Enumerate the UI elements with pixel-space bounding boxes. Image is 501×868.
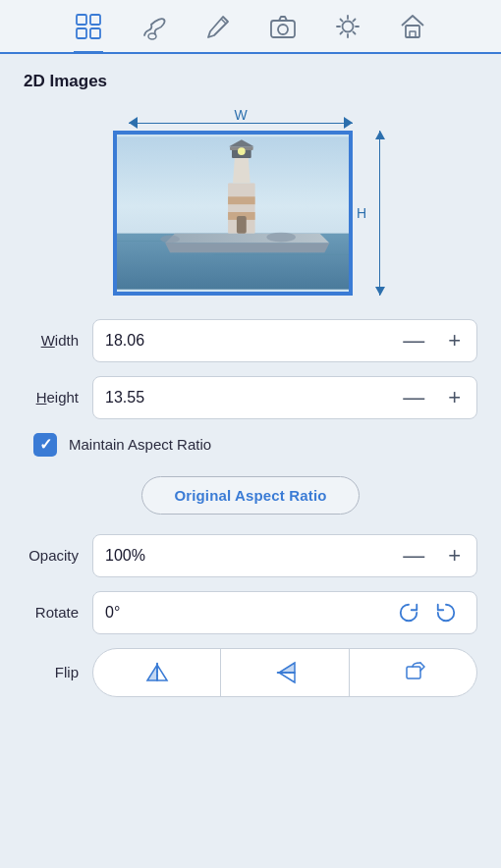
plus-icon-opacity: + <box>448 545 461 567</box>
flip-buttons-group <box>92 648 477 697</box>
toolbar-item-pencil[interactable] <box>203 12 233 51</box>
flip-label: Flip <box>24 664 92 680</box>
height-value: 13.55 <box>105 389 399 407</box>
plus-icon: + <box>448 330 461 352</box>
toolbar-item-brightness[interactable] <box>333 12 362 51</box>
w-dimension-label: W <box>234 107 247 123</box>
image-frame <box>113 131 353 296</box>
height-minus-button[interactable]: — <box>399 387 428 408</box>
opacity-plus-button[interactable]: + <box>444 545 465 567</box>
opacity-value: 100% <box>105 547 399 565</box>
checkbox-check-icon: ✓ <box>39 435 52 454</box>
svg-rect-35 <box>237 215 247 233</box>
toolbar-item-home[interactable] <box>398 12 427 51</box>
rotate-clockwise-icon <box>398 602 419 624</box>
original-aspect-ratio-row: Original Aspect Ratio <box>24 476 477 515</box>
rotate-clockwise-button[interactable] <box>390 594 427 631</box>
minus-icon-opacity: — <box>403 545 424 567</box>
rotate-counter-clockwise-button[interactable] <box>427 594 465 631</box>
width-label: Width <box>24 332 92 349</box>
image-diagram: W <box>113 109 388 296</box>
svg-marker-41 <box>279 663 295 673</box>
svg-rect-1 <box>77 28 86 38</box>
height-underline-letter: H <box>36 389 47 406</box>
maintain-aspect-ratio-label: Maintain Aspect Ratio <box>69 436 211 453</box>
rotate90-icon <box>399 659 426 686</box>
original-aspect-ratio-button[interactable]: Original Aspect Ratio <box>141 476 359 515</box>
svg-marker-42 <box>279 673 295 682</box>
svg-point-7 <box>278 25 288 34</box>
opacity-control-row: Opacity 100% — + <box>24 534 477 577</box>
flip-horizontal-button[interactable] <box>93 649 221 696</box>
svg-line-16 <box>341 32 343 34</box>
rotate-value: 0° <box>105 604 390 622</box>
rotate-label: Rotate <box>24 604 92 621</box>
svg-point-4 <box>148 33 156 39</box>
width-value: 18.06 <box>105 332 399 350</box>
plus-icon-h: + <box>448 387 461 408</box>
flip-vertical-icon <box>271 659 299 686</box>
width-underline-letter: W <box>41 332 55 349</box>
image-preview-container: W <box>24 109 477 296</box>
opacity-input-box[interactable]: 100% — + <box>92 534 477 577</box>
svg-line-15 <box>353 20 355 22</box>
opacity-minus-button[interactable]: — <box>399 545 428 567</box>
svg-rect-3 <box>90 28 100 38</box>
toolbar <box>0 0 501 54</box>
rotate-input-box[interactable]: 0° <box>92 591 477 634</box>
main-content: 2D Images W <box>0 54 501 729</box>
toolbar-item-camera[interactable] <box>268 12 298 51</box>
width-minus-button[interactable]: — <box>399 330 428 352</box>
width-input-box[interactable]: 18.06 — + <box>92 319 477 362</box>
width-control-row: Width 18.06 — + <box>24 319 477 362</box>
svg-point-37 <box>160 235 180 243</box>
svg-point-36 <box>266 232 296 242</box>
width-plus-button[interactable]: + <box>444 330 465 352</box>
opacity-label: Opacity <box>24 547 92 564</box>
flip-rotate90-button[interactable] <box>350 649 476 696</box>
minus-icon-h: — <box>403 387 424 408</box>
svg-point-8 <box>343 22 354 32</box>
aspect-ratio-checkbox-row: ✓ Maintain Aspect Ratio <box>24 433 477 457</box>
flip-vertical-button[interactable] <box>221 649 349 696</box>
rotate-counter-clockwise-icon <box>435 602 457 624</box>
svg-rect-18 <box>410 31 416 37</box>
svg-marker-39 <box>157 665 167 680</box>
toolbar-item-brush[interactable] <box>139 12 168 51</box>
svg-rect-0 <box>77 15 86 25</box>
svg-point-33 <box>238 147 246 155</box>
svg-rect-2 <box>90 15 100 25</box>
lighthouse-scene <box>117 135 349 292</box>
section-title: 2D Images <box>24 72 477 91</box>
height-control-row: Height 13.55 — + <box>24 376 477 419</box>
maintain-aspect-ratio-checkbox[interactable]: ✓ <box>33 433 57 457</box>
h-dimension-label: H <box>357 205 366 221</box>
svg-marker-26 <box>165 243 329 252</box>
height-plus-button[interactable]: + <box>444 387 465 408</box>
toolbar-item-filter[interactable] <box>74 12 103 54</box>
rotate-control-row: Rotate 0° <box>24 591 477 634</box>
svg-rect-28 <box>228 196 255 204</box>
flip-control-row: Flip <box>24 648 477 697</box>
svg-marker-38 <box>147 665 157 680</box>
height-label: Height <box>24 389 92 406</box>
svg-marker-25 <box>165 233 329 243</box>
svg-line-13 <box>341 20 343 22</box>
height-input-box[interactable]: 13.55 — + <box>92 376 477 419</box>
flip-horizontal-icon <box>143 659 171 686</box>
minus-icon: — <box>403 330 424 352</box>
svg-rect-44 <box>407 667 420 678</box>
svg-line-14 <box>353 32 355 34</box>
svg-marker-30 <box>233 155 250 183</box>
